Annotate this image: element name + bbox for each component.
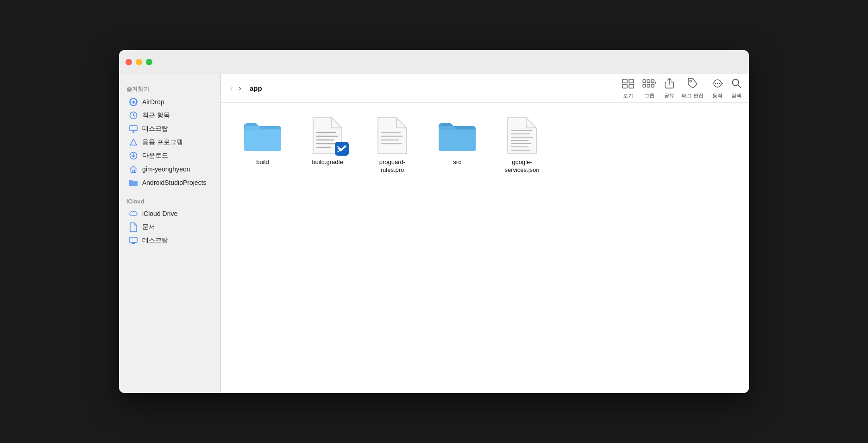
sidebar-item-gim[interactable]: gim-yeonghyeon <box>122 163 218 176</box>
action-button[interactable]: 동작 <box>711 78 724 99</box>
tag-icon <box>687 77 698 91</box>
airdrop-icon <box>129 98 138 106</box>
sidebar-item-downloads[interactable]: 다운로드 <box>122 149 218 162</box>
svg-rect-15 <box>651 84 654 87</box>
sidebar-item-documents[interactable]: 문서 <box>122 221 218 234</box>
sidebar-apps-label: 응용 프로그램 <box>142 138 183 146</box>
sidebar-item-desktop[interactable]: 데스크탑 <box>122 122 218 135</box>
sidebar-downloads-label: 다운로드 <box>142 152 168 160</box>
svg-rect-11 <box>643 84 646 87</box>
tag-button[interactable]: 태그 편집 <box>682 77 704 99</box>
search-button[interactable]: 검색 <box>731 78 742 99</box>
toolbar: ‹ › app <box>221 74 749 103</box>
clock-icon <box>129 111 138 120</box>
sidebar-icloud-label: iCloud Drive <box>142 210 177 217</box>
svg-point-19 <box>717 83 718 84</box>
svg-rect-14 <box>651 80 654 82</box>
icloud-label: iCloud <box>119 195 220 207</box>
doc-google-services-icon <box>503 117 541 154</box>
main-content: 즐겨찾기 AirDrop <box>119 74 749 393</box>
sidebar: 즐겨찾기 AirDrop <box>119 74 221 393</box>
share-label: 공유 <box>664 92 674 99</box>
sidebar-item-androidstudio[interactable]: AndroidStudioProjects <box>122 176 218 189</box>
svg-rect-6 <box>623 79 627 83</box>
sidebar-androidstudio-label: AndroidStudioProjects <box>142 179 207 186</box>
desktop-icon <box>129 125 138 133</box>
folder-src-icon <box>439 117 476 154</box>
cloud-icon <box>129 209 138 218</box>
doc-proguard-icon <box>374 117 411 154</box>
action-label: 동작 <box>712 92 723 99</box>
file-item-build-gradle[interactable]: build.gradle <box>304 117 351 174</box>
share-icon <box>664 77 674 91</box>
folder-icon <box>129 178 138 187</box>
svg-rect-4 <box>132 170 135 172</box>
view-icon <box>622 78 635 91</box>
window-title: app <box>250 84 262 92</box>
file-google-services-label: google-services.json <box>499 158 545 174</box>
file-item-build[interactable]: build <box>239 117 286 174</box>
group-label: 그룹 <box>644 92 654 99</box>
svg-point-18 <box>715 83 716 84</box>
file-src-label: src <box>453 158 461 166</box>
home-icon <box>129 165 138 173</box>
search-icon <box>731 78 742 91</box>
desktop2-icon <box>129 236 138 245</box>
svg-rect-2 <box>130 126 137 131</box>
folder-build-icon <box>244 117 281 154</box>
maximize-button[interactable] <box>146 59 152 65</box>
sidebar-recents-label: 최근 항목 <box>142 111 170 120</box>
apps-icon <box>129 138 138 146</box>
toolbar-actions: 보기 <box>622 77 742 99</box>
file-build-label: build <box>256 158 269 166</box>
file-item-google-services[interactable]: google-services.json <box>499 117 545 174</box>
sidebar-desktop-icloud-label: 데스크탑 <box>142 236 168 245</box>
download-icon <box>129 152 138 160</box>
view-label: 보기 <box>623 92 633 99</box>
svg-rect-13 <box>647 84 650 87</box>
svg-point-16 <box>690 80 692 82</box>
sidebar-gim-label: gim-yeonghyeon <box>142 165 190 173</box>
action-icon <box>711 78 724 91</box>
svg-rect-5 <box>130 237 137 242</box>
close-button[interactable] <box>126 59 132 65</box>
file-item-src[interactable]: src <box>434 117 480 174</box>
doc-icon <box>129 223 138 231</box>
doc-build-gradle-icon <box>309 117 346 154</box>
svg-rect-10 <box>643 80 646 82</box>
file-item-proguard[interactable]: proguard-rules.pro <box>369 117 415 174</box>
svg-rect-12 <box>647 80 650 82</box>
share-button[interactable]: 공유 <box>664 77 674 99</box>
sidebar-documents-label: 문서 <box>142 223 155 231</box>
favorites-label: 즐겨찾기 <box>119 82 220 95</box>
group-icon <box>642 78 657 91</box>
titlebar <box>119 50 749 74</box>
tag-label: 태그 편집 <box>682 92 704 99</box>
sidebar-airdrop-label: AirDrop <box>142 98 164 106</box>
svg-rect-9 <box>629 84 634 88</box>
traffic-lights <box>126 59 152 65</box>
group-button[interactable]: 그룹 <box>642 78 657 99</box>
sidebar-item-recents[interactable]: 최근 항목 <box>122 109 218 122</box>
search-label: 검색 <box>731 92 742 99</box>
file-proguard-label: proguard-rules.pro <box>369 158 415 174</box>
sidebar-item-applications[interactable]: 응용 프로그램 <box>122 136 218 149</box>
file-area: build <box>221 103 749 393</box>
view-button[interactable]: 보기 <box>622 78 635 99</box>
sidebar-item-airdrop[interactable]: AirDrop <box>122 95 218 108</box>
right-panel: ‹ › app <box>221 74 749 393</box>
svg-point-20 <box>719 83 720 84</box>
minimize-button[interactable] <box>136 59 142 65</box>
sidebar-desktop-label: 데스크탑 <box>142 125 168 133</box>
sidebar-item-desktop-icloud[interactable]: 데스크탑 <box>122 234 218 247</box>
file-build-gradle-label: build.gradle <box>312 158 343 166</box>
back-button[interactable]: ‹ <box>228 82 235 94</box>
finder-window: 즐겨찾기 AirDrop <box>119 50 749 393</box>
svg-rect-8 <box>623 84 627 88</box>
forward-button[interactable]: › <box>237 82 243 94</box>
sidebar-item-icloud-drive[interactable]: iCloud Drive <box>122 207 218 220</box>
nav-buttons: ‹ › <box>228 82 243 94</box>
